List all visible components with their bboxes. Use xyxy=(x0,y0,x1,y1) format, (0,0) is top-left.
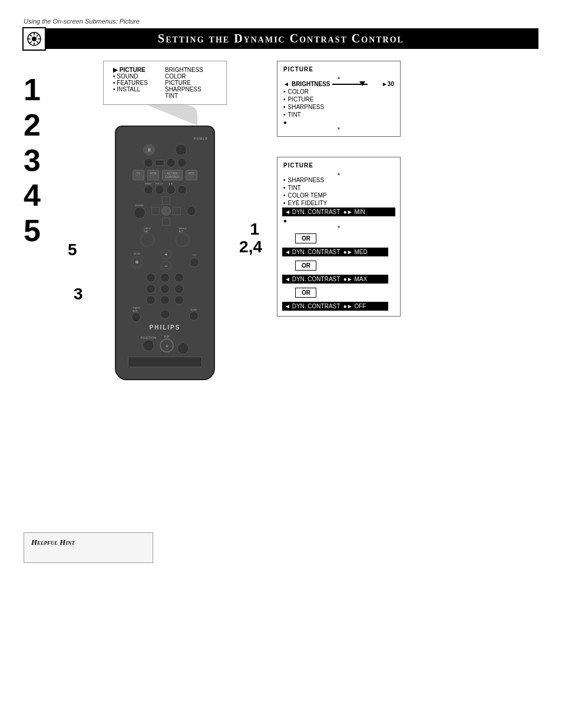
timer-button[interactable] xyxy=(131,312,141,322)
nav-dpad xyxy=(151,196,181,226)
remote-container: 5 2,4 3 1 POWER ⏸ xyxy=(88,126,242,380)
dyn-contrast-max-row: ◄ DYN. CONTRAST ●► MAX xyxy=(282,275,388,284)
num-btn[interactable] xyxy=(174,273,184,282)
scroll-up-1: ▲ xyxy=(283,75,394,80)
dot-item: ● xyxy=(283,118,394,126)
title-bar: Setting the Dynamic Contrast Control xyxy=(24,28,538,49)
num-btn[interactable] xyxy=(174,295,184,305)
num-btn[interactable] xyxy=(160,284,170,294)
num-btn[interactable] xyxy=(160,295,170,305)
num-btn[interactable] xyxy=(160,273,170,282)
tv-button[interactable]: TV xyxy=(133,170,144,180)
power-label: POWER xyxy=(194,137,208,140)
catv-button[interactable] xyxy=(140,233,154,247)
menu-nav-right xyxy=(187,206,196,216)
vol-minus-button[interactable]: − xyxy=(161,261,171,271)
step-5: 5 xyxy=(24,213,71,249)
source-row: TV VCR ACTIVECONTROL ACC xyxy=(122,170,208,180)
page-title: Setting the Dynamic Contrast Control xyxy=(33,32,529,45)
num-btn[interactable] xyxy=(174,284,184,294)
menu-picture-selected: ▶ PICTURE xyxy=(113,67,160,73)
nav-left[interactable] xyxy=(151,207,160,215)
pip-button[interactable]: ⊕ xyxy=(160,338,174,353)
picture-menu-1-title: PICTURE xyxy=(283,66,394,73)
menu-color: COLOR xyxy=(165,73,217,80)
brightness-item: ◄ BRIGHTNESS ►30 xyxy=(283,80,394,88)
settings-icon xyxy=(26,31,42,47)
color-item: • COLOR xyxy=(283,88,394,95)
freeze-button[interactable]: ACC xyxy=(186,170,198,180)
rew-button[interactable] xyxy=(144,158,153,167)
pause-button[interactable]: ⏸ xyxy=(143,144,155,156)
dyn-contrast-med-row: ◄ DYN. CONTRAST ●► MED xyxy=(282,248,388,256)
dyn-contrast-med-label: ◄ DYN. CONTRAST ●► MED xyxy=(285,249,368,255)
scroll-down-1: ▼ xyxy=(283,126,394,131)
power-button[interactable] xyxy=(175,144,187,156)
stop-button[interactable] xyxy=(155,160,164,166)
pip-ch-button[interactable] xyxy=(155,185,164,195)
sharpness-label-2: SHARPNESS xyxy=(288,177,325,183)
ch-up-dn-button[interactable] xyxy=(166,185,176,195)
picture-menu-2-title: PICTURE xyxy=(283,162,394,169)
vol-plus-button[interactable]: + xyxy=(161,249,171,259)
menu-sound: • SOUND xyxy=(113,73,160,80)
ff-button[interactable] xyxy=(177,158,187,167)
num-btn[interactable] xyxy=(146,284,156,294)
picture-label: PICTURE xyxy=(288,96,314,103)
num-btn[interactable] xyxy=(146,295,156,305)
pip-extra-button[interactable] xyxy=(177,342,189,354)
menu-features: • FEATURES xyxy=(113,80,160,86)
title-bar-icon xyxy=(22,27,46,51)
function-row: SWAP PIP CH ▲▼ X xyxy=(122,182,208,195)
extra-button[interactable] xyxy=(177,185,187,195)
svg-line-9 xyxy=(30,41,32,44)
connector-arrow-svg xyxy=(103,105,227,126)
sound-button[interactable] xyxy=(134,207,146,219)
extra-btn[interactable] xyxy=(160,309,170,319)
tint-label-2: TINT xyxy=(288,185,301,191)
eye-fidelity-label: EYE FIDELITY xyxy=(288,200,328,206)
main-content: 1 2 3 4 5 ▶ PICTURE • SOUND • FEATURES •… xyxy=(24,61,538,380)
active-control-button[interactable]: ACTIVECONTROL xyxy=(162,170,182,180)
nav-center[interactable] xyxy=(161,206,171,216)
vcr-button[interactable]: VCR xyxy=(147,170,160,180)
sharpness-item-2: • SHARPNESS xyxy=(283,176,394,184)
hint-box: Helpful Hint xyxy=(24,532,153,563)
tint-item: • TINT xyxy=(283,111,394,118)
brand-label: PHILIPS xyxy=(122,324,208,331)
page-header: Using the On-screen Submenus: Picture xyxy=(24,18,538,25)
step-3-overlay: 3 xyxy=(74,285,83,304)
num-btn[interactable] xyxy=(146,273,156,282)
surf-button[interactable] xyxy=(189,311,199,321)
hint-title: Helpful Hint xyxy=(31,538,146,547)
brightness-bullet: ◄ xyxy=(283,81,289,87)
nav-down[interactable] xyxy=(162,218,170,226)
position-button[interactable] xyxy=(143,340,154,351)
eye-fidelity-item: • EYE FIDELITY xyxy=(283,199,394,207)
play-button[interactable] xyxy=(166,158,176,167)
right-column: PICTURE ▲ ◄ BRIGHTNESS ►30 • COLOR xyxy=(259,61,538,380)
step-4: 4 xyxy=(24,178,71,213)
nav-up[interactable] xyxy=(162,196,170,205)
scroll-down-2: ▼ xyxy=(283,225,394,230)
brightness-value: ►30 xyxy=(382,81,394,87)
step-1-overlay: 1 xyxy=(250,220,259,239)
menu-acc-button[interactable] xyxy=(176,233,190,247)
pos-pip-row: POSITION PIP ⊕ xyxy=(122,333,208,354)
svg-point-1 xyxy=(32,37,37,41)
swap-button[interactable] xyxy=(144,185,153,195)
ch-button[interactable] xyxy=(190,258,199,267)
remote-bottom-slot xyxy=(128,357,202,367)
nav-right[interactable] xyxy=(173,207,181,215)
dot-item-2: ● xyxy=(283,217,394,225)
menu-button[interactable] xyxy=(187,206,196,216)
mute-button[interactable]: ⊗ xyxy=(131,256,143,268)
picture-item: • PICTURE xyxy=(283,95,394,103)
remote-control: POWER ⏸ xyxy=(115,126,215,380)
onscreen-menu: ▶ PICTURE • SOUND • FEATURES • INSTALL B… xyxy=(103,61,227,105)
center-column: ▶ PICTURE • SOUND • FEATURES • INSTALL B… xyxy=(71,61,259,380)
power-row: ⏸ xyxy=(122,144,208,156)
step-5-overlay: 5 xyxy=(68,241,77,259)
svg-line-7 xyxy=(37,41,39,44)
step-3: 3 xyxy=(24,143,71,179)
